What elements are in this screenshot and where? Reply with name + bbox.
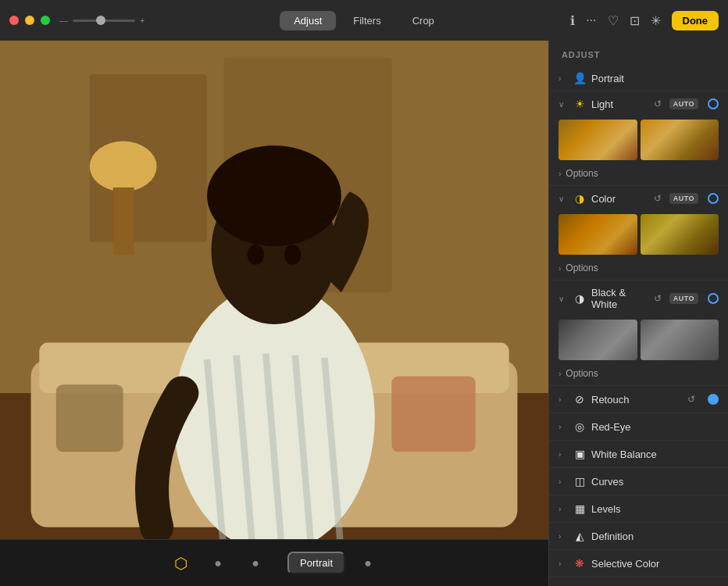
minimize-button[interactable] [25, 16, 34, 25]
levels-label: Levels [591, 503, 719, 515]
portrait-chevron: › [558, 74, 568, 83]
retouch-toggle[interactable] [708, 394, 719, 405]
definition-chevron: › [558, 532, 568, 541]
bw-thumb-1[interactable] [558, 320, 637, 360]
adjust-panel: ADJUST › 👤 Portrait ∨ ☀ Light ↺ AUTO [548, 41, 728, 586]
adj-curves[interactable]: › ◫ Curves [549, 468, 728, 495]
maximize-button[interactable] [41, 16, 50, 25]
white-balance-chevron: › [558, 450, 568, 459]
white-balance-label: White Balance [591, 448, 719, 460]
section-color: ∨ ◑ Color ↺ AUTO › Options [549, 186, 728, 280]
svg-point-16 [248, 245, 264, 265]
light-icon: ☀ [573, 98, 587, 110]
curves-icon: ◫ [573, 475, 587, 488]
adj-selective-color[interactable]: › ❋ Selective Color [549, 550, 728, 577]
curves-chevron: › [558, 477, 568, 486]
circle-5-icon[interactable]: ● [357, 552, 379, 574]
svg-rect-18 [391, 377, 475, 452]
adj-retouch[interactable]: › ⊘ Retouch ↺ [549, 386, 728, 413]
bw-toggle[interactable] [708, 293, 719, 304]
titlebar: — + Adjust Filters Crop ℹ ··· ♡ ⊡ ✳ Done [0, 0, 728, 41]
light-header[interactable]: ∨ ☀ Light ↺ AUTO [549, 91, 728, 116]
svg-point-15 [207, 145, 341, 246]
color-thumb-2[interactable] [641, 214, 719, 255]
red-eye-chevron: › [558, 423, 568, 431]
more-icon[interactable]: ··· [586, 13, 596, 27]
red-eye-icon: ◎ [573, 420, 587, 433]
heart-icon[interactable]: ♡ [608, 13, 619, 28]
light-thumb-2[interactable] [641, 120, 719, 160]
color-auto-badge[interactable]: AUTO [669, 193, 698, 204]
svg-rect-19 [56, 384, 123, 452]
adj-white-balance[interactable]: › ▣ White Balance [549, 441, 728, 468]
svg-point-17 [284, 245, 301, 265]
color-options[interactable]: › Options [549, 261, 728, 280]
bw-thumb-2[interactable] [641, 320, 719, 360]
color-header[interactable]: ∨ ◑ Color ↺ AUTO [549, 186, 728, 211]
bw-options-label: Options [566, 368, 598, 379]
retouch-undo-icon[interactable]: ↺ [687, 394, 695, 405]
bw-header[interactable]: ∨ ◑ Black & White ↺ AUTO [549, 280, 728, 316]
levels-chevron: › [558, 505, 568, 513]
brightness-slider[interactable] [73, 20, 135, 22]
nav-tabs: Adjust Filters Crop [280, 11, 448, 30]
portrait-header[interactable]: › 👤 Portrait [549, 66, 728, 91]
retouch-icon: ⊘ [573, 393, 587, 406]
slider-max-icon: + [140, 16, 145, 25]
light-options[interactable]: › Options [549, 166, 728, 185]
color-thumb-1[interactable] [558, 214, 637, 255]
adj-noise-reduction[interactable]: › ▦ Noise Reduction [549, 577, 728, 586]
light-thumbnails [549, 116, 728, 166]
bw-auto-badge[interactable]: AUTO [669, 293, 698, 304]
bw-options[interactable]: › Options [549, 366, 728, 385]
section-light: ∨ ☀ Light ↺ AUTO › Options [549, 91, 728, 186]
levels-icon: ▦ [573, 502, 587, 515]
color-undo-icon[interactable]: ↺ [654, 193, 662, 204]
color-icon: ◑ [573, 192, 587, 205]
selective-color-chevron: › [558, 559, 568, 568]
tab-filters[interactable]: Filters [339, 11, 394, 30]
bottom-toolbar: ⬡ ● ● ● ● ● Portrait [0, 539, 548, 586]
tab-adjust[interactable]: Adjust [280, 11, 336, 30]
retouch-label: Retouch [591, 394, 683, 406]
crop-icon[interactable]: ⊡ [630, 13, 640, 28]
close-button[interactable] [9, 16, 19, 25]
photo-display [0, 41, 548, 586]
curves-label: Curves [591, 476, 719, 488]
section-portrait: › 👤 Portrait [549, 66, 728, 91]
light-thumb-1[interactable] [558, 120, 637, 160]
main-content: ⬡ ● ● ● ● ● Portrait ADJUST › 👤 Portrait… [0, 41, 728, 586]
circle-2-icon[interactable]: ● [244, 552, 266, 574]
circle-1-icon[interactable]: ● [207, 552, 229, 574]
portrait-svg [0, 41, 548, 586]
adj-red-eye[interactable]: › ◎ Red-Eye [549, 413, 728, 441]
adj-levels[interactable]: › ▦ Levels [549, 495, 728, 523]
light-options-label: Options [566, 168, 598, 179]
info-icon[interactable]: ℹ [570, 13, 575, 28]
light-toggle[interactable] [708, 98, 719, 109]
section-bw: ∨ ◑ Black & White ↺ AUTO › Options [549, 280, 728, 386]
red-eye-label: Red-Eye [591, 421, 719, 433]
bw-undo-icon[interactable]: ↺ [654, 293, 662, 304]
definition-label: Definition [591, 531, 719, 542]
color-label: Color [591, 193, 649, 205]
light-undo-icon[interactable]: ↺ [654, 98, 662, 109]
color-toggle[interactable] [708, 193, 719, 204]
brightness-slider-area: — + [59, 16, 145, 25]
bw-options-chevron: › [558, 370, 561, 378]
tab-crop[interactable]: Crop [398, 11, 448, 30]
adj-definition[interactable]: › ◭ Definition [549, 523, 728, 550]
done-button[interactable]: Done [672, 11, 719, 30]
bw-thumbnails [549, 316, 728, 366]
portrait-badge[interactable]: Portrait [287, 552, 345, 574]
bw-chevron: ∨ [558, 295, 568, 303]
selective-color-label: Selective Color [591, 558, 719, 570]
light-label: Light [591, 98, 649, 110]
magic-icon[interactable]: ✳ [651, 13, 661, 28]
light-auto-badge[interactable]: AUTO [669, 98, 698, 109]
bw-label: Black & White [591, 287, 649, 310]
selective-color-icon: ❋ [573, 557, 587, 570]
hex-icon[interactable]: ⬡ [170, 552, 191, 574]
color-options-label: Options [566, 263, 598, 273]
white-balance-icon: ▣ [573, 448, 587, 460]
